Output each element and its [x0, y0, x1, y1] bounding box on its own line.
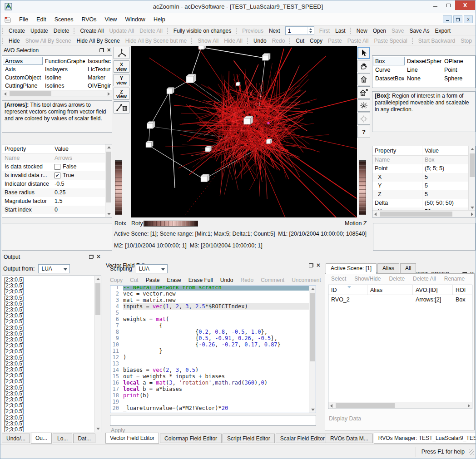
toolbar-grip[interactable]	[247, 38, 248, 44]
checkbox-checked-icon[interactable]: ✔	[55, 173, 60, 178]
toolbar-grip[interactable]	[412, 38, 413, 44]
export-button[interactable]: Export	[432, 27, 453, 35]
code-line-18[interactable]: 18print(b)	[110, 392, 309, 399]
scripting-language-dropdown[interactable]: LUA	[136, 264, 168, 273]
avo-properties-vscrollbar[interactable]	[105, 144, 112, 217]
undo-button[interactable]: Undo	[217, 276, 237, 284]
scene-number-spinner[interactable]: 1	[285, 26, 314, 35]
property-value[interactable]: False	[52, 163, 105, 171]
code-line-12[interactable]: 12)	[110, 354, 309, 360]
undo-button[interactable]: Undo	[251, 37, 269, 44]
code-line-1[interactable]: 1-- Neural network from scratch	[110, 286, 309, 291]
header-property[interactable]: Property	[2, 144, 52, 153]
code-line-9[interactable]: 9 {0.5, -0.91, 0.26, -0.5},	[110, 335, 309, 341]
rvos-row-rvo-2[interactable]: RVO_2Arrows:[2]Box	[328, 295, 472, 304]
list-item-isolines[interactable]: Isolines	[43, 81, 85, 89]
close-panel-icon[interactable]: ×	[97, 254, 100, 259]
property-value[interactable]: (50; 50; 50)	[422, 199, 468, 207]
toolbar-grip[interactable]	[2, 28, 4, 34]
mdi-minimize-button[interactable]	[443, 15, 452, 23]
z-view-button[interactable]: Z view	[114, 88, 129, 100]
cut-button[interactable]: Cut	[293, 37, 307, 44]
rvos-header-avo-id[interactable]: AVO:[ID]	[413, 285, 453, 295]
toolbar-grip[interactable]	[2, 38, 4, 44]
rvos-header-roi[interactable]: ROI	[453, 285, 472, 295]
menu-edit[interactable]: Edit	[32, 13, 50, 25]
create-all-button[interactable]: Create All	[77, 27, 106, 35]
list-item-lictextur[interactable]: LicTextur	[85, 65, 112, 73]
save-as-button[interactable]: Save As	[407, 27, 432, 35]
code-line-11[interactable]: 11 }	[110, 348, 309, 354]
list-item-point[interactable]: Point	[442, 65, 475, 74]
menu-window[interactable]: Window	[121, 13, 149, 25]
code-editor[interactable]: 1-- Neural network from scratch2vec = ve…	[110, 286, 316, 413]
list-item-arrows[interactable]: Arrows	[3, 57, 43, 65]
create-button[interactable]: Create	[6, 27, 28, 35]
list-item-isolayers[interactable]: Isolayers	[43, 65, 85, 73]
property-value[interactable]: 5	[422, 190, 468, 199]
tab-lo[interactable]: Lo...	[53, 434, 72, 443]
roi-properties-hscrollbar[interactable]	[372, 210, 475, 217]
toolbar-grip[interactable]	[236, 28, 237, 34]
list-item-curve[interactable]: Curve	[373, 65, 405, 74]
list-item-oivengin[interactable]: OIVEngin	[85, 81, 112, 89]
property-value[interactable]: Box	[422, 156, 468, 164]
spinner-down-icon[interactable]	[309, 31, 312, 33]
property-value[interactable]: 0.25	[52, 188, 105, 197]
menu-view[interactable]: View	[101, 13, 121, 25]
property-value[interactable]: 5	[422, 173, 468, 182]
list-item-box[interactable]: Box	[373, 57, 405, 65]
pan-hand-button[interactable]	[357, 60, 370, 72]
property-value[interactable]: ✔True	[52, 171, 105, 180]
tab-colormap-field-editor[interactable]: Colormap Field Editor	[160, 434, 222, 443]
list-item-cuttingplane[interactable]: CuttingPlane	[3, 81, 43, 89]
rotx-label[interactable]: Rotx	[114, 220, 126, 227]
minimize-button[interactable]	[429, 0, 442, 10]
tab-rvos-data-m[interactable]: RVOs Data M...	[326, 434, 373, 443]
tab-all[interactable]: All	[400, 263, 416, 273]
menu-rvos[interactable]: RVOs	[77, 13, 100, 25]
float-panel-icon[interactable]	[89, 255, 94, 259]
checkbox-unchecked-icon[interactable]	[55, 164, 60, 170]
open-button[interactable]: Open	[370, 27, 389, 35]
spinner-up-icon[interactable]	[309, 28, 312, 30]
tab-vector-field-editor[interactable]: Vector Field Editor	[105, 433, 159, 444]
roty-label[interactable]: Roty	[131, 220, 143, 227]
tab-ou[interactable]: Ou...	[31, 433, 52, 444]
menu-help[interactable]: Help	[149, 13, 169, 25]
motion-z-label[interactable]: Motion Z	[345, 220, 367, 227]
resize-grip[interactable]	[469, 449, 474, 455]
mdi-restore-button[interactable]	[453, 15, 462, 23]
toolbar-grip[interactable]	[289, 38, 291, 44]
output-source-dropdown[interactable]: LUA	[38, 264, 70, 273]
tab-rvos-manager-test-luascalar9-test[interactable]: RVOs Manager: TEST_LuaScalar9_TEST_...	[374, 433, 476, 444]
code-line-20[interactable]: 20_luareturnvalue=(a*M2!Vector)*20	[110, 405, 309, 411]
tab-undo[interactable]: Undo/...	[2, 434, 30, 443]
header-value[interactable]: Value	[52, 144, 105, 153]
property-value[interactable]: 0	[52, 206, 105, 214]
viewer-help-button[interactable]: ?	[357, 126, 370, 138]
float-panel-icon[interactable]	[309, 263, 313, 267]
hide-button[interactable]: Hide	[6, 37, 23, 44]
editor-command-input[interactable]	[110, 415, 316, 426]
maximize-button[interactable]	[442, 0, 455, 10]
update-button[interactable]: Update	[28, 27, 51, 35]
property-value[interactable]: (5; 5; 5)	[422, 164, 468, 173]
list-item-isoline[interactable]: Isoline	[43, 73, 85, 81]
code-line-7[interactable]: 7 {	[110, 322, 309, 329]
header-value[interactable]: Value	[422, 146, 468, 155]
code-line-5[interactable]: 5	[110, 310, 309, 316]
x-view-button[interactable]: X view	[114, 60, 129, 73]
editor-vscrollbar[interactable]	[309, 286, 316, 413]
code-line-3[interactable]: 3mat = matrix.new	[110, 297, 309, 303]
close-panel-icon[interactable]: ×	[317, 263, 320, 267]
set-home-button[interactable]	[357, 86, 370, 99]
rvos-header-alias[interactable]: Alias	[367, 285, 413, 295]
paste-button[interactable]: Paste	[142, 276, 164, 284]
list-item-axis[interactable]: Axis	[3, 65, 43, 73]
code-line-17[interactable]: 17local b = a*biases	[110, 386, 309, 392]
view-all-button[interactable]	[357, 99, 370, 112]
axes-view-button[interactable]	[114, 47, 129, 59]
list-item-datasetbox[interactable]: DatasetBox	[373, 74, 405, 83]
toolbar-grip[interactable]	[167, 28, 169, 34]
